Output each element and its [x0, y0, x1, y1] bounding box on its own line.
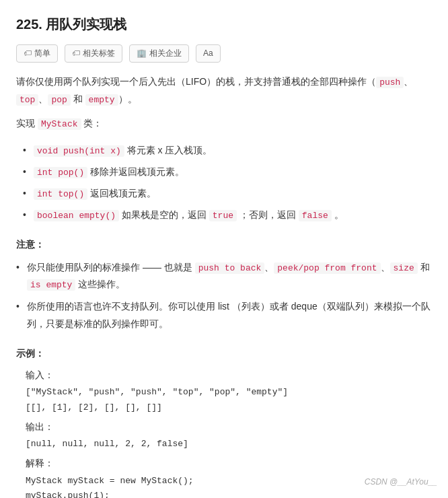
method-empty-sig: boolean empty(): [34, 210, 119, 221]
tag-font[interactable]: Aa: [196, 44, 221, 63]
impl-line: 实现 MyStack 类：: [16, 116, 432, 132]
note-item-2: 你所使用的语言也许不支持队列。你可以使用 list （列表）或者 deque（双…: [16, 298, 432, 332]
note-item-1: 你只能使用队列的标准操作 —— 也就是 push to back、peek/po…: [16, 259, 432, 293]
method-push-sig: void push(int x): [34, 145, 124, 157]
desc-code-top: top: [16, 94, 38, 106]
method-empty-false: false: [299, 210, 332, 221]
methods-list: void push(int x) 将元素 x 压入栈顶。 int pop() 移…: [23, 143, 432, 223]
output-value: [null, null, null, 2, 2, false]: [26, 437, 432, 452]
method-top-sig: int top(): [34, 188, 87, 200]
description-text: 请你仅使用两个队列实现一个后入先出（LIFO）的栈，并支持普通栈的全部四种操作（…: [16, 73, 432, 108]
note-code-size: size: [390, 262, 418, 274]
method-pop: int pop() 移除并返回栈顶元素。: [23, 164, 432, 180]
tag-related-companies-label: 相关企业: [149, 47, 182, 60]
example-title: 示例：: [16, 346, 432, 361]
tag-easy-icon: 🏷: [24, 47, 32, 60]
method-top: int top() 返回栈顶元素。: [23, 186, 432, 202]
method-empty-true: true: [209, 210, 237, 221]
note-code-isempty: is empty: [27, 279, 75, 291]
tag-easy-label: 简单: [34, 47, 50, 60]
tags-row: 🏷 简单 🏷 相关标签 🏢 相关企业 Aa: [16, 44, 432, 63]
tag-related-tags-icon: 🏷: [72, 47, 80, 60]
desc-code-push: push: [376, 77, 404, 88]
tag-related-tags-label: 相关标签: [83, 47, 115, 60]
note-code-pushback: push to back: [195, 262, 265, 274]
input-line2: [[], [1], [2], [], [], []]: [26, 400, 432, 415]
note-title: 注意：: [16, 237, 432, 252]
tag-related-tags[interactable]: 🏷 相关标签: [65, 44, 122, 63]
explain-label: 解释：: [26, 456, 432, 470]
tag-font-label: Aa: [203, 47, 213, 60]
impl-class-code: MyStack: [38, 118, 81, 130]
tag-easy[interactable]: 🏷 简单: [16, 44, 58, 63]
method-empty: boolean empty() 如果栈是空的，返回 true ；否则，返回 fa…: [23, 207, 432, 223]
desc-code-pop: pop: [48, 94, 70, 106]
page-title: 225. 用队列实现栈: [16, 13, 432, 35]
note-code-peekpop: peek/pop from front: [274, 262, 380, 274]
input-label: 输入：: [26, 367, 432, 382]
tag-related-companies-icon: 🏢: [137, 47, 147, 60]
output-label: 输出：: [26, 419, 432, 434]
method-pop-sig: int pop(): [34, 167, 87, 178]
method-push: void push(int x) 将元素 x 压入栈顶。: [23, 143, 432, 159]
input-line1: ["MyStack", "push", "push", "top", "pop"…: [26, 385, 432, 400]
watermark: CSDN @__AtYou__: [365, 476, 437, 489]
desc-code-empty: empty: [85, 94, 118, 106]
note-section: 注意： 你只能使用队列的标准操作 —— 也就是 push to back、pee…: [16, 237, 432, 332]
tag-related-companies[interactable]: 🏢 相关企业: [129, 44, 189, 63]
